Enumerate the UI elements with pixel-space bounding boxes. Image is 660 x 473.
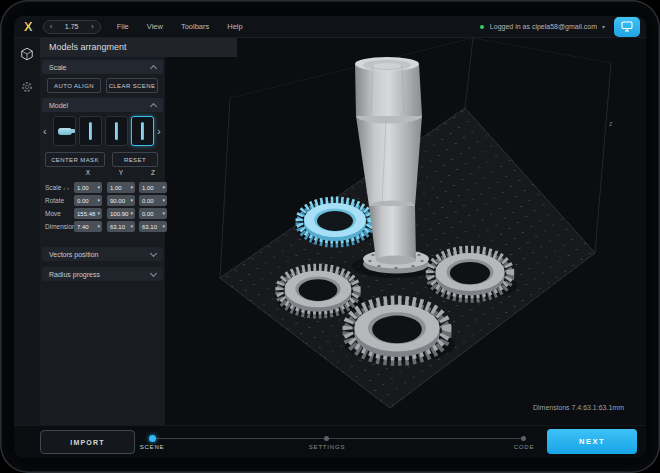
step-dot-settings[interactable] — [324, 436, 329, 441]
rotate-z-field[interactable]: 0.00▾ — [139, 195, 167, 206]
chevron-up-icon — [150, 102, 157, 109]
carousel-left-icon[interactable]: ‹ — [43, 125, 47, 137]
step-dot-scene[interactable] — [149, 435, 156, 442]
model-preview-rod — [89, 122, 92, 140]
model-section-label: Model — [49, 102, 68, 109]
next-button[interactable]: NEXT — [547, 429, 637, 454]
dimensions-readout: Dimensions 7.4:63.1:63.1mm — [533, 404, 624, 411]
column-header-y: Y — [107, 169, 135, 176]
dropdown-caret-icon: ▾ — [97, 185, 100, 190]
row-label-rotate: Rotate — [45, 195, 64, 206]
menu-file[interactable]: File — [117, 22, 129, 31]
model-thumbnail-3[interactable] — [105, 116, 128, 146]
model-thumbnail-1[interactable] — [53, 116, 76, 146]
chevron-right-icon[interactable]: › — [91, 23, 94, 31]
monitor-icon — [621, 18, 633, 36]
dropdown-caret-icon: ▾ — [97, 224, 100, 229]
menu-view[interactable]: View — [147, 22, 163, 31]
footer-bar: IMPORT SCENE SETTINGS CODE NEXT — [14, 425, 646, 458]
chevron-up-icon — [150, 64, 157, 71]
vectors-position-label: Vectors position — [49, 251, 98, 258]
import-button[interactable]: IMPORT — [40, 430, 135, 454]
column-header-x: X — [74, 169, 102, 176]
rotate-y-field[interactable]: 90.00▾ — [107, 195, 135, 206]
move-y-field[interactable]: 100.90▾ — [107, 208, 135, 219]
move-x-field[interactable]: 155.48▾ — [74, 208, 102, 219]
chevron-down-icon — [150, 269, 157, 276]
dropdown-caret-icon: ▾ — [97, 211, 100, 216]
radius-progress-section[interactable]: Radius progress — [42, 267, 163, 281]
panel-title: Models arrangment — [40, 38, 237, 57]
dropdown-caret-icon: ▾ — [162, 198, 165, 203]
model-thumbnail-4-selected[interactable] — [131, 116, 154, 146]
step-label-scene[interactable]: SCENE — [135, 444, 169, 450]
axis-z-label: z — [609, 120, 613, 127]
chevron-left-icon[interactable]: ‹ — [50, 23, 53, 31]
rotate-x-field[interactable]: 0.00▾ — [74, 195, 102, 206]
model-preview-rod — [115, 122, 118, 140]
stepper-line — [152, 438, 523, 439]
scale-x-field[interactable]: 1.00▾ — [74, 182, 102, 193]
dropdown-caret-icon: ▾ — [162, 211, 165, 216]
models-cube-icon[interactable] — [20, 47, 34, 65]
reset-button[interactable]: RESET — [112, 152, 158, 167]
step-label-settings[interactable]: SETTINGS — [305, 444, 349, 450]
move-z-field[interactable]: 0.00▾ — [139, 208, 167, 219]
scale-y-field[interactable]: 1.00▾ — [107, 182, 135, 193]
dropdown-caret-icon: ▾ — [162, 224, 165, 229]
model-section-header[interactable]: Model — [42, 98, 163, 112]
model-preview-rod — [141, 122, 144, 140]
step-label-code[interactable]: CODE — [508, 444, 540, 450]
radius-progress-label: Radius progress — [49, 271, 100, 278]
column-header-z: Z — [139, 169, 167, 176]
auto-align-button[interactable]: AUTO ALIGN — [47, 78, 101, 93]
dropdown-caret-icon: ▾ — [130, 198, 133, 203]
logged-in-account-label[interactable]: Logged in as cipela58@gmail.com — [490, 23, 597, 30]
online-status-dot — [480, 25, 484, 29]
account-caret-icon[interactable]: ▾ — [602, 23, 605, 30]
dropdown-caret-icon: ▾ — [97, 198, 100, 203]
scale-stepper-icons[interactable]: ‹ › — [63, 185, 69, 191]
center-mask-button[interactable]: CENTER MASK — [45, 152, 105, 167]
clear-scene-button[interactable]: CLEAR SCENE — [106, 78, 158, 93]
menu-toolbars[interactable]: Toolbars — [181, 22, 209, 31]
model-preview-cylinder — [58, 128, 72, 135]
menu-items: File View Toolbars Help — [117, 22, 243, 31]
scale-section-header[interactable]: Scale — [42, 60, 163, 74]
dropdown-caret-icon: ▾ — [130, 224, 133, 229]
menu-bar: X ‹ 1.75 › File View Toolbars Help Logge… — [14, 16, 646, 38]
device-frame: X ‹ 1.75 › File View Toolbars Help Logge… — [0, 0, 660, 473]
dropdown-caret-icon: ▾ — [130, 185, 133, 190]
model-thumbnail-2[interactable] — [79, 116, 102, 146]
filament-size-value: 1.75 — [65, 23, 79, 30]
step-dot-code[interactable] — [521, 436, 526, 441]
models-panel: Scale AUTO ALIGN CLEAR SCENE Model ‹ › C… — [40, 57, 165, 425]
dimensions-z-field[interactable]: 63.10▾ — [139, 221, 167, 232]
row-label-move: Move — [45, 208, 61, 219]
app-window: X ‹ 1.75 › File View Toolbars Help Logge… — [14, 16, 646, 458]
settings-gear-icon[interactable] — [20, 80, 34, 98]
menu-help[interactable]: Help — [227, 22, 242, 31]
app-logo: X — [24, 20, 33, 33]
dropdown-caret-icon: ▾ — [130, 211, 133, 216]
scale-z-field[interactable]: 1.00▾ — [139, 182, 167, 193]
carousel-right-icon[interactable]: › — [157, 125, 161, 137]
row-label-scale: Scale‹ › — [45, 182, 69, 193]
chevron-down-icon — [150, 249, 157, 256]
vectors-position-section[interactable]: Vectors position — [42, 247, 163, 261]
send-to-device-button[interactable] — [614, 17, 640, 37]
filament-size-stepper[interactable]: ‹ 1.75 › — [43, 20, 101, 34]
dimensions-x-field[interactable]: 7.40▾ — [74, 221, 102, 232]
scale-section-label: Scale — [49, 64, 67, 71]
dropdown-caret-icon: ▾ — [162, 185, 165, 190]
dimensions-y-field[interactable]: 63.10▾ — [107, 221, 135, 232]
tool-rail — [14, 38, 40, 425]
